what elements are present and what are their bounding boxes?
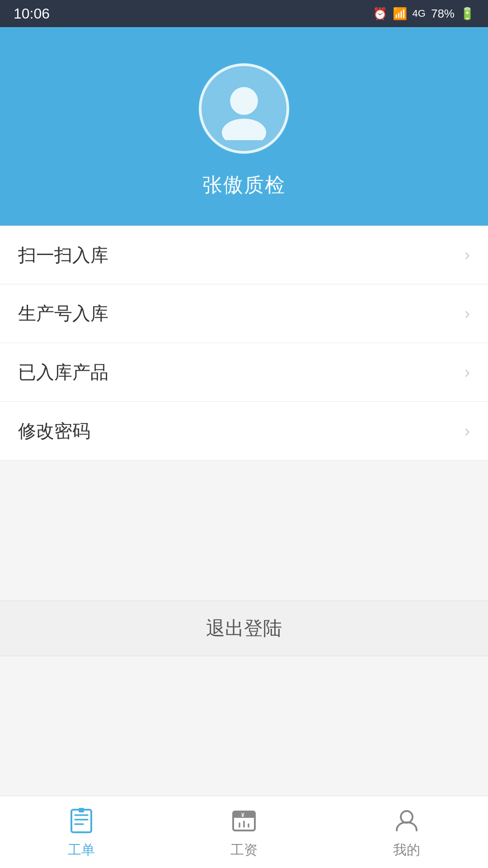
menu-item-warehoused-products-label: 已入库产品 <box>18 360 108 385</box>
logout-section: 退出登陆 <box>0 600 488 656</box>
status-bar: 10:06 ⏰ 📶 4G 78% 🔋 <box>0 0 488 27</box>
workorder-icon <box>66 805 97 836</box>
nav-item-mine[interactable]: 我的 <box>325 796 488 868</box>
profile-header: 张傲质检 <box>0 27 488 226</box>
salary-icon: ¥ <box>228 805 260 836</box>
menu-item-warehoused-products[interactable]: 已入库产品 › <box>0 343 488 402</box>
chevron-right-icon-1: › <box>465 245 470 264</box>
nav-label-workorder: 工单 <box>68 841 95 859</box>
nav-item-salary[interactable]: ¥ 工资 <box>163 796 325 868</box>
profile-name: 张傲质检 <box>202 172 286 198</box>
chevron-right-icon-4: › <box>465 422 470 441</box>
menu-item-production-warehousing[interactable]: 生产号入库 › <box>0 284 488 343</box>
menu-item-scan-warehousing-label: 扫一扫入库 <box>18 243 108 268</box>
menu-list: 扫一扫入库 › 生产号入库 › 已入库产品 › 修改密码 › <box>0 226 488 461</box>
status-icons: ⏰ 📶 4G 78% 🔋 <box>373 7 474 21</box>
bottom-nav: 工单 ¥ 工资 我的 <box>0 796 488 868</box>
svg-point-13 <box>401 811 413 823</box>
logout-button[interactable]: 退出登陆 <box>0 601 488 656</box>
chevron-right-icon-3: › <box>465 363 470 382</box>
battery-label: 78% <box>431 7 455 21</box>
middle-spacer <box>0 461 488 600</box>
status-time: 10:06 <box>14 5 50 22</box>
svg-text:¥: ¥ <box>241 812 244 818</box>
battery-icon: 🔋 <box>460 7 474 21</box>
wifi-icon: 📶 <box>393 7 407 21</box>
menu-item-scan-warehousing[interactable]: 扫一扫入库 › <box>0 226 488 284</box>
bottom-spacer <box>0 656 488 796</box>
menu-item-change-password[interactable]: 修改密码 › <box>0 402 488 461</box>
svg-point-1 <box>222 118 266 140</box>
alarm-icon: ⏰ <box>373 7 387 21</box>
svg-rect-2 <box>71 810 91 832</box>
nav-label-salary: 工资 <box>230 841 258 859</box>
avatar <box>199 63 289 154</box>
menu-item-production-warehousing-label: 生产号入库 <box>18 301 108 326</box>
nav-item-workorder[interactable]: 工单 <box>0 796 163 868</box>
chevron-right-icon-2: › <box>465 304 470 323</box>
avatar-svg <box>212 77 276 140</box>
svg-point-0 <box>230 87 258 115</box>
content-area: 张傲质检 扫一扫入库 › 生产号入库 › 已入库产品 › 修改密码 › 退出登陆 <box>0 27 488 796</box>
menu-item-change-password-label: 修改密码 <box>18 419 90 443</box>
signal-icon: 4G <box>413 8 426 19</box>
mine-icon <box>391 805 422 836</box>
svg-rect-6 <box>79 808 84 812</box>
nav-label-mine: 我的 <box>393 841 420 859</box>
